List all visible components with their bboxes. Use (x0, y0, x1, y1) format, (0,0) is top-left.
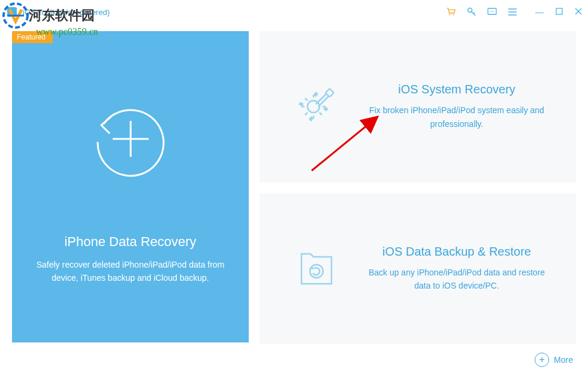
window-title: iOS Toolkit(Unregistered) (23, 8, 110, 17)
maximize-button[interactable] (556, 7, 563, 17)
card-title: iOS Data Backup & Restore (361, 245, 552, 259)
svg-rect-1 (7, 7, 17, 17)
card-title: iPhone Data Recovery (64, 234, 196, 250)
svg-point-3 (453, 14, 454, 15)
svg-point-2 (449, 14, 450, 15)
card-description: Back up any iPhone/iPad/iPod data and re… (361, 266, 552, 293)
minimize-button[interactable]: — (535, 7, 544, 17)
svg-point-4 (468, 8, 472, 13)
main-content: Featured iPhone Data Recovery Safely rec… (0, 24, 588, 344)
more-button[interactable]: + More (535, 353, 573, 367)
backup-restore-icon (278, 245, 355, 293)
card-description: Fix broken iPhone/iPad/iPod system easil… (361, 104, 552, 131)
data-recovery-icon (80, 88, 182, 192)
more-label: More (554, 355, 573, 365)
card-description: Safely recover deleted iPhone/iPad/iPod … (12, 258, 249, 285)
card-iphone-data-recovery[interactable]: Featured iPhone Data Recovery Safely rec… (12, 31, 249, 342)
feedback-icon[interactable] (487, 7, 497, 17)
svg-point-7 (491, 11, 493, 12)
card-ios-system-recovery[interactable]: iOS System Recovery Fix broken iPhone/iP… (260, 31, 576, 183)
cart-icon[interactable] (447, 7, 456, 17)
svg-point-6 (490, 11, 491, 12)
svg-point-8 (493, 11, 494, 12)
key-icon[interactable] (467, 7, 477, 17)
close-button[interactable] (575, 7, 582, 17)
featured-badge: Featured (12, 31, 53, 43)
svg-rect-11 (325, 89, 334, 97)
card-title: iOS System Recovery (361, 83, 552, 96)
plus-icon: + (535, 353, 549, 367)
system-recovery-icon (278, 80, 355, 134)
app-icon (6, 6, 18, 18)
card-ios-backup-restore[interactable]: iOS Data Backup & Restore Back up any iP… (260, 193, 576, 345)
titlebar: iOS Toolkit(Unregistered) — (0, 0, 588, 24)
svg-rect-9 (556, 8, 562, 14)
svg-point-12 (310, 265, 323, 278)
menu-icon[interactable] (508, 7, 517, 17)
